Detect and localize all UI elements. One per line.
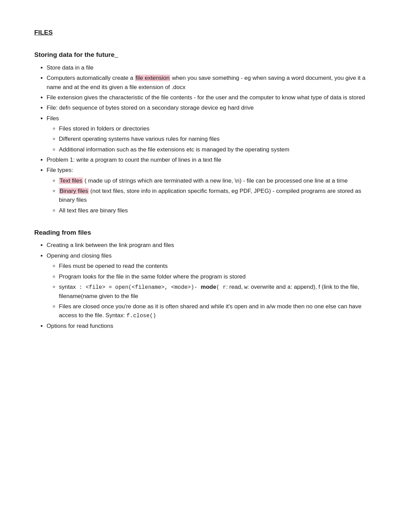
- sub-item-binary-files: Binary files (not text files, store info…: [59, 187, 377, 205]
- problem1-text: Problem 1: write a program to count the …: [47, 157, 221, 163]
- program-looks-text: Program looks for the file in the same f…: [59, 273, 246, 280]
- opening-closing-sub-list: Files must be opened to read the content…: [47, 262, 377, 320]
- highlight-file-extension: file extension: [135, 75, 170, 81]
- files-closed-text: Files are closed once you're done as it …: [59, 303, 362, 319]
- section-reading-files: Reading from files Creating a link betwe…: [34, 227, 377, 331]
- sub-item-all-text-binary: All text files are binary files: [59, 206, 377, 215]
- list-item-file-extension: Computers automatically create a file ex…: [47, 74, 377, 92]
- creating-link-text: Creating a link between the link program…: [47, 242, 174, 248]
- options-read-text: Options for read functions: [47, 323, 113, 329]
- section-heading-reading: Reading from files: [34, 227, 377, 237]
- os-rules-text: Different operating systems have various…: [59, 136, 220, 142]
- opening-closing-label: Opening and closing files: [47, 252, 112, 259]
- all-text-binary-text: All text files are binary files: [59, 207, 128, 214]
- sub-item-additional-info: Additional information such as the file …: [59, 145, 377, 154]
- sub-item-files-closed: Files are closed once you're done as it …: [59, 302, 377, 320]
- syntax-text: syntax : <file> = open(<filename>, <mode…: [59, 284, 359, 299]
- fclose-code: f.close(): [126, 313, 156, 319]
- page-title: FILES: [34, 27, 377, 37]
- sub-item-text-files: Text files ( made up of strings which ar…: [59, 176, 377, 185]
- text-files-text: Text files ( made up of strings which ar…: [59, 177, 348, 184]
- sub-item-files-opened: Files must be opened to read the content…: [59, 262, 377, 271]
- section-storing-data: Storing data for the future_ Store data …: [34, 50, 377, 215]
- w-code: w: [244, 284, 248, 290]
- store-data-text: Store data in a file: [47, 64, 94, 71]
- sub-item-program-looks: Program looks for the file in the same f…: [59, 272, 377, 281]
- syntax-colon: :: [76, 284, 86, 290]
- file-types-sub-list: Text files ( made up of strings which ar…: [47, 176, 377, 215]
- files-opened-text: Files must be opened to read the content…: [59, 263, 168, 269]
- files-label: Files: [47, 115, 59, 122]
- mode-bold: mode: [201, 284, 216, 290]
- sub-item-os-rules: Different operating systems have various…: [59, 135, 377, 144]
- highlight-binary-files: Binary files: [59, 188, 89, 194]
- folders-text: Files stored in folders or directories: [59, 125, 150, 132]
- file-types-label: File types:: [47, 167, 73, 173]
- storing-data-list: Store data in a file Computers automatic…: [34, 63, 377, 215]
- reading-files-list: Creating a link between the link program…: [34, 241, 377, 331]
- highlight-text-files: Text files: [59, 177, 83, 184]
- file-extension-text: Computers automatically create a file ex…: [47, 75, 365, 90]
- list-item-file-types: File types: Text files ( made up of stri…: [47, 166, 377, 215]
- page-content: FILES Storing data for the future_ Store…: [34, 27, 377, 331]
- file-defn-text: File: defn sequence of bytes stored on a…: [47, 104, 254, 111]
- list-item-options-read: Options for read functions: [47, 322, 377, 331]
- syntax-code: <file> = open(<filename>, <mode>)-: [86, 284, 201, 290]
- list-item-store-data: Store data in a file: [47, 63, 377, 72]
- sub-item-syntax: syntax : <file> = open(<filename>, <mode…: [59, 283, 377, 301]
- extension-characteristic-text: File extension gives the characteristic …: [47, 94, 365, 101]
- list-item-extension-characteristic: File extension gives the characteristic …: [47, 93, 377, 102]
- mode-paren: ( r: [216, 284, 226, 290]
- list-item-problem1: Problem 1: write a program to count the …: [47, 156, 377, 164]
- files-title-section: FILES: [34, 27, 377, 37]
- list-item-opening-closing: Opening and closing files Files must be …: [47, 251, 377, 320]
- additional-info-text: Additional information such as the file …: [59, 146, 289, 153]
- files-sub-list: Files stored in folders or directories D…: [47, 124, 377, 154]
- binary-files-text: Binary files (not text files, store info…: [59, 188, 361, 203]
- section-heading-storing: Storing data for the future_: [34, 50, 377, 60]
- list-item-file-defn: File: defn sequence of bytes stored on a…: [47, 103, 377, 112]
- list-item-creating-link: Creating a link between the link program…: [47, 241, 377, 250]
- list-item-files: Files Files stored in folders or directo…: [47, 114, 377, 154]
- sub-item-folders: Files stored in folders or directories: [59, 124, 377, 133]
- a-code: a: [287, 284, 291, 290]
